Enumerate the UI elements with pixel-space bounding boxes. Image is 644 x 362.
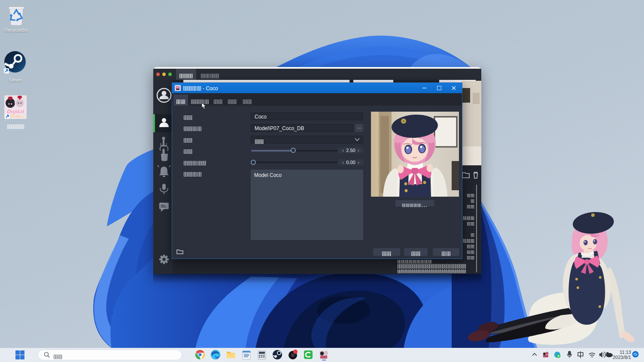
svg-text:Mates: Mates bbox=[10, 113, 24, 119]
